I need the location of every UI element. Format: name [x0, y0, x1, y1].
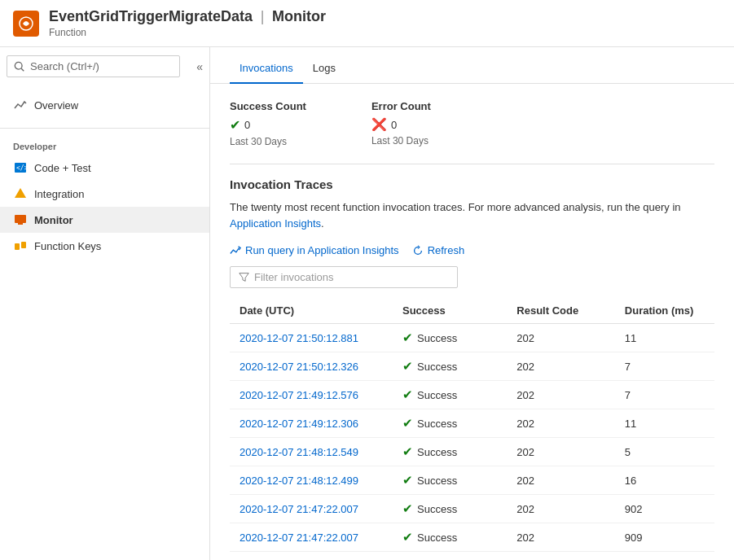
header-subtitle: Function — [49, 27, 326, 38]
sidebar-item-monitor[interactable]: Monitor — [0, 207, 209, 233]
sidebar-section-overview: Overview — [0, 85, 209, 125]
search-placeholder: Search (Ctrl+/) — [30, 60, 99, 72]
table-row: 2020-12-07 21:49:12.576✔ Success2027 — [230, 381, 714, 409]
svg-marker-5 — [15, 188, 26, 198]
table-cell-date[interactable]: 2020-12-07 21:49:12.576 — [230, 381, 393, 409]
function-name: EventGridTriggerMigrateData — [49, 8, 253, 24]
refresh-label: Refresh — [428, 244, 465, 256]
table-cell-success: ✔ Success — [393, 352, 507, 381]
success-count-label: Success Count — [230, 100, 306, 112]
app-insights-link[interactable]: Application Insights — [230, 217, 321, 230]
col-header-duration: Duration (ms) — [615, 298, 714, 324]
error-count-value: ❌ 0 — [371, 117, 431, 132]
table-row: 2020-12-07 21:49:12.306✔ Success20211 — [230, 409, 714, 438]
table-row: 2020-12-07 21:48:12.499✔ Success20216 — [230, 466, 714, 495]
table-row: 2020-12-07 21:50:12.881✔ Success20211 — [230, 324, 714, 352]
table-body: 2020-12-07 21:50:12.881✔ Success20211202… — [230, 324, 714, 552]
tab-logs[interactable]: Logs — [303, 54, 345, 84]
table-cell-date[interactable]: 2020-12-07 21:49:12.306 — [230, 409, 393, 438]
search-box[interactable]: Search (Ctrl+/) — [7, 55, 180, 77]
overview-icon — [13, 98, 28, 112]
table-cell-success: ✔ Success — [393, 495, 507, 523]
table-cell-date[interactable]: 2020-12-07 21:48:12.499 — [230, 466, 393, 495]
sidebar-item-monitor-label: Monitor — [34, 214, 73, 226]
header-separator: | — [261, 8, 265, 24]
success-icon: ✔ — [230, 117, 240, 133]
sidebar-item-integration[interactable]: Integration — [0, 181, 209, 207]
counts-row: Success Count ✔ 0 Last 30 Days Error Cou… — [230, 100, 714, 147]
table-cell-date[interactable]: 2020-12-07 21:50:12.881 — [230, 324, 393, 352]
table-cell-success: ✔ Success — [393, 381, 507, 409]
sidebar-top: Search (Ctrl+/) « — [0, 47, 209, 85]
table-cell-result: 202 — [507, 409, 615, 438]
sidebar-item-function-keys-label: Function Keys — [34, 240, 101, 252]
integration-icon — [13, 186, 28, 201]
svg-point-1 — [15, 62, 22, 69]
error-count-number: 0 — [391, 119, 397, 131]
col-header-date: Date (UTC) — [230, 298, 393, 324]
success-count-sublabel: Last 30 Days — [230, 136, 306, 147]
svg-rect-9 — [21, 242, 26, 248]
monitor-icon — [13, 212, 28, 227]
sidebar-item-function-keys[interactable]: Function Keys — [0, 233, 209, 259]
success-count: Success Count ✔ 0 Last 30 Days — [230, 100, 306, 147]
table-cell-result: 202 — [507, 495, 615, 523]
table-cell-date[interactable]: 2020-12-07 21:50:12.326 — [230, 352, 393, 381]
table-cell-success: ✔ Success — [393, 324, 507, 352]
run-query-label: Run query in Application Insights — [245, 244, 399, 256]
table-row: 2020-12-07 21:47:22.007✔ Success202909 — [230, 523, 714, 552]
table-cell-duration: 902 — [615, 495, 714, 523]
action-row: Run query in Application Insights Refres… — [230, 244, 714, 256]
filter-icon — [239, 272, 249, 282]
table-row: 2020-12-07 21:48:12.549✔ Success2025 — [230, 438, 714, 466]
collapse-button[interactable]: « — [190, 57, 209, 77]
table-cell-date[interactable]: 2020-12-07 21:47:22.007 — [230, 495, 393, 523]
sidebar-item-overview[interactable]: Overview — [0, 92, 209, 118]
table-cell-result: 202 — [507, 438, 615, 466]
sidebar-item-code-test[interactable]: </> Code + Test — [0, 155, 209, 181]
sidebar-item-code-test-label: Code + Test — [34, 162, 91, 174]
col-header-success: Success — [393, 298, 507, 324]
page-header: EventGridTriggerMigrateData | Monitor Fu… — [0, 0, 734, 47]
sidebar: Search (Ctrl+/) « Overview Developer — [0, 47, 210, 560]
refresh-link[interactable]: Refresh — [412, 244, 465, 256]
table-cell-duration: 5 — [615, 438, 714, 466]
table-cell-date[interactable]: 2020-12-07 21:47:22.007 — [230, 523, 393, 552]
main-content: Invocations Logs Success Count ✔ 0 Last … — [210, 47, 734, 560]
tab-invocations[interactable]: Invocations — [230, 54, 303, 84]
success-count-value: ✔ 0 — [230, 117, 306, 133]
sidebar-item-overview-label: Overview — [34, 99, 78, 112]
tabs-bar: Invocations Logs — [210, 54, 734, 84]
table-cell-result: 202 — [507, 523, 615, 552]
main-content-area: Success Count ✔ 0 Last 30 Days Error Cou… — [210, 84, 734, 560]
section-title: Invocation Traces — [230, 177, 714, 191]
table-cell-success: ✔ Success — [393, 523, 507, 552]
table-cell-duration: 7 — [615, 381, 714, 409]
table-cell-date[interactable]: 2020-12-07 21:48:12.549 — [230, 438, 393, 466]
table-cell-result: 202 — [507, 352, 615, 381]
app-icon — [13, 11, 39, 37]
table-row: 2020-12-07 21:47:22.007✔ Success202902 — [230, 495, 714, 523]
table-header-row: Date (UTC) Success Result Code Duration … — [230, 298, 714, 324]
invocation-table: Date (UTC) Success Result Code Duration … — [230, 298, 714, 552]
filter-box[interactable]: Filter invocations — [230, 266, 458, 288]
svg-text:</>: </> — [16, 164, 27, 172]
table-cell-success: ✔ Success — [393, 438, 507, 466]
table-cell-duration: 11 — [615, 409, 714, 438]
sidebar-divider-1 — [0, 128, 209, 129]
table-cell-duration: 16 — [615, 466, 714, 495]
section-desc-text: The twenty most recent function invocati… — [230, 201, 681, 213]
success-count-number: 0 — [244, 119, 250, 131]
section-divider — [230, 164, 714, 164]
table-cell-success: ✔ Success — [393, 466, 507, 495]
svg-rect-7 — [18, 223, 23, 225]
table-cell-result: 202 — [507, 381, 615, 409]
code-test-icon: </> — [13, 160, 28, 175]
header-text: EventGridTriggerMigrateData | Monitor Fu… — [49, 8, 326, 38]
run-query-icon — [230, 245, 241, 256]
sidebar-item-integration-label: Integration — [34, 188, 84, 200]
table-cell-duration: 11 — [615, 324, 714, 352]
function-keys-icon — [13, 238, 28, 253]
svg-rect-6 — [15, 215, 26, 223]
run-query-link[interactable]: Run query in Application Insights — [230, 244, 399, 256]
